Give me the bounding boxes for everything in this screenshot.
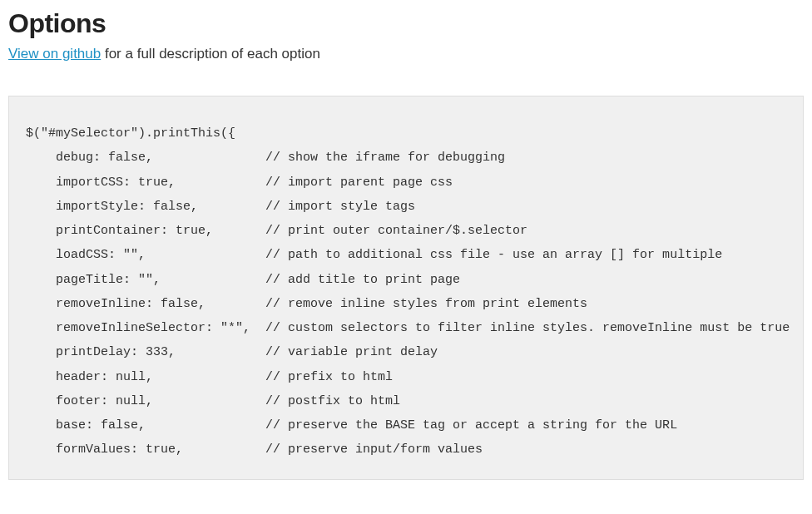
subtitle-text: for a full description of each option <box>101 46 320 62</box>
subtitle: View on github for a full description of… <box>8 46 804 62</box>
code-block: $("#mySelector").printThis({ debug: fals… <box>8 96 804 480</box>
section-heading: Options <box>8 8 804 39</box>
github-link[interactable]: View on github <box>8 46 101 62</box>
